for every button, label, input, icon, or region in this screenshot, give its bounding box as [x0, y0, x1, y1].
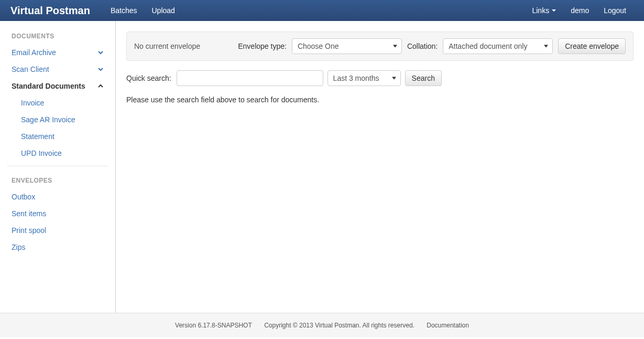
search-row: Quick search: Last 3 months Search — [126, 70, 634, 86]
sidebar-item-zips[interactable]: Zips — [0, 239, 115, 256]
envelope-status: No current envelope — [134, 42, 200, 50]
search-button[interactable]: Search — [405, 70, 442, 86]
envelope-bar: No current envelope Envelope type: Choos… — [126, 31, 634, 61]
divider — [7, 166, 108, 166]
create-envelope-button[interactable]: Create envelope — [558, 38, 626, 54]
sidebar-item-sage-ar-invoice[interactable]: Sage AR Invoice — [21, 111, 115, 128]
chevron-up-icon — [97, 83, 104, 89]
quick-search-label: Quick search: — [126, 74, 171, 82]
quick-search-input[interactable] — [177, 70, 323, 86]
footer-version: Version 6.17.8-SNAPSHOT — [175, 322, 252, 329]
brand: Virtual Postman — [10, 5, 90, 17]
sidebar-item-scan-client[interactable]: Scan Client — [0, 61, 115, 78]
sidebar-envelopes-header: ENVELOPES — [0, 171, 115, 188]
sidebar-item-upd-invoice[interactable]: UPD Invoice — [21, 145, 115, 162]
main-content: No current envelope Envelope type: Choos… — [116, 21, 644, 313]
sidebar-item-label: Invoice — [21, 99, 44, 107]
sidebar-item-invoice[interactable]: Invoice — [21, 94, 115, 111]
sidebar-item-label: Statement — [21, 132, 54, 141]
sidebar-item-standard-documents[interactable]: Standard Documents — [0, 78, 115, 94]
navbar: Virtual Postman Batches Upload Links dem… — [0, 0, 644, 21]
sidebar-item-sent-items[interactable]: Sent items — [0, 205, 115, 222]
envelope-type-label: Envelope type: — [238, 42, 287, 50]
sidebar-item-email-archive[interactable]: Email Archive — [0, 44, 115, 61]
footer-copyright: Copyright © 2013 Virtual Postman. All ri… — [264, 322, 414, 329]
chevron-down-icon — [97, 66, 104, 72]
nav-user[interactable]: demo — [563, 1, 596, 20]
nav-batches[interactable]: Batches — [103, 1, 145, 20]
envelope-type-select[interactable]: Choose One — [292, 38, 402, 54]
collation-select[interactable]: Attached document only — [443, 38, 553, 54]
date-range-select[interactable]: Last 3 months — [328, 70, 401, 86]
sidebar-item-outbox[interactable]: Outbox — [0, 188, 115, 205]
search-hint: Please use the search field above to sea… — [126, 96, 634, 104]
caret-down-icon — [552, 9, 556, 12]
chevron-down-icon — [97, 49, 104, 56]
sidebar-item-label: Email Archive — [12, 48, 56, 57]
nav-links-dropdown[interactable]: Links — [525, 1, 563, 20]
sidebar: DOCUMENTS Email Archive Scan Client Stan… — [0, 21, 116, 313]
footer: Version 6.17.8-SNAPSHOT Copyright © 2013… — [0, 313, 644, 337]
sidebar-item-label: Outbox — [12, 193, 35, 201]
sidebar-item-label: Print spool — [12, 226, 46, 235]
sidebar-documents-header: DOCUMENTS — [0, 26, 115, 44]
footer-documentation-link[interactable]: Documentation — [427, 322, 469, 329]
sidebar-item-label: Zips — [12, 243, 25, 251]
sidebar-item-print-spool[interactable]: Print spool — [0, 222, 115, 239]
sidebar-item-label: Sent items — [12, 209, 46, 218]
nav-logout[interactable]: Logout — [596, 1, 634, 20]
sidebar-item-label: Standard Documents — [12, 82, 85, 90]
sidebar-item-statement[interactable]: Statement — [21, 128, 115, 145]
collation-label: Collation: — [407, 42, 438, 50]
sidebar-item-label: Scan Client — [12, 65, 49, 73]
sidebar-item-label: UPD Invoice — [21, 149, 62, 157]
nav-links-label: Links — [532, 6, 549, 15]
sidebar-item-label: Sage AR Invoice — [21, 115, 75, 124]
nav-upload[interactable]: Upload — [145, 1, 182, 20]
